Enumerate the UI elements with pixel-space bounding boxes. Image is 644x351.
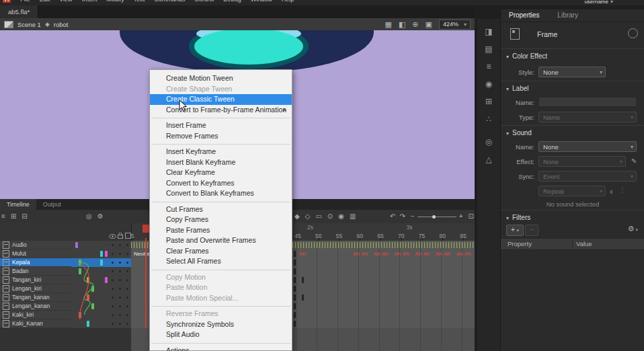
menu-commands[interactable]: Commands xyxy=(154,0,185,3)
layer-toggle-dot[interactable] xyxy=(126,288,128,290)
layer-toggle-dots[interactable] xyxy=(109,284,132,294)
zoom-slider-thumb[interactable] xyxy=(432,215,436,219)
menu-help[interactable]: Help xyxy=(282,0,294,3)
menu-item-clear-keyframe[interactable]: Clear Keyframe xyxy=(150,167,292,178)
section-filters[interactable]: ▾Filters xyxy=(506,214,530,221)
layer-name-cell[interactable]: Audio xyxy=(0,241,71,249)
layer-toggle-dot[interactable] xyxy=(119,305,121,307)
delete-layer-icon[interactable]: ⊟ xyxy=(22,213,27,220)
center-stage-icon[interactable]: ⊕ xyxy=(412,21,418,28)
menu-file[interactable]: File xyxy=(20,0,30,3)
step-back-icon[interactable]: ↶ xyxy=(390,213,395,220)
fill-color-icon[interactable]: ◧ xyxy=(399,21,405,28)
layer-name-cell[interactable]: Lengan_kanan xyxy=(0,302,71,311)
menu-view[interactable]: View xyxy=(59,0,72,3)
menu-item-copy-frames[interactable]: Copy Frames xyxy=(150,214,292,225)
menu-item-convert-to-keyframes[interactable]: Convert to Keyframes xyxy=(150,178,292,189)
layer-toggle-dots[interactable] xyxy=(109,302,132,311)
help-icon[interactable] xyxy=(628,28,638,38)
layer-parenting-cell[interactable] xyxy=(71,276,109,285)
sound-name-dropdown[interactable]: None▾ xyxy=(538,141,637,152)
layer-parenting-cell[interactable] xyxy=(71,293,109,303)
app-logo-icon[interactable]: Fl xyxy=(3,0,11,3)
advanced-layers-icon[interactable]: ⚙ xyxy=(97,213,104,220)
menu-text[interactable]: Text xyxy=(134,0,145,3)
layer-toggle-dot[interactable] xyxy=(126,297,128,299)
layer-name-cell[interactable]: Lengan_kiri xyxy=(0,284,71,293)
keyframe-marker[interactable] xyxy=(302,295,304,301)
layer-toggle-dot[interactable] xyxy=(112,253,114,255)
align-panel-icon[interactable]: ▤ xyxy=(477,44,500,54)
menu-item-clear-frames[interactable]: Clear Frames xyxy=(150,246,292,257)
keyframe-marker[interactable] xyxy=(294,303,296,309)
tab-library[interactable]: Library xyxy=(549,9,586,22)
layer-toggle-dots[interactable] xyxy=(109,293,132,303)
libraries-panel-icon[interactable]: ≡ xyxy=(477,62,500,71)
tab-properties[interactable]: Properties xyxy=(501,9,548,22)
menu-edit[interactable]: Edit xyxy=(40,0,50,3)
layer-name-cell[interactable]: Badan xyxy=(0,267,71,276)
zoom-out-icon[interactable]: − xyxy=(411,213,415,220)
layer-toggle-dot[interactable] xyxy=(112,314,114,316)
layer-parenting-cell[interactable] xyxy=(71,311,109,320)
layer-toggle-dot[interactable] xyxy=(112,279,114,281)
account-menu[interactable]: username▾ xyxy=(584,0,613,5)
layer-toggle-dots[interactable] xyxy=(109,267,132,276)
reset-timeline-zoom-icon[interactable]: ⊡ xyxy=(468,213,473,220)
onion-skin-icon[interactable]: ◉ xyxy=(338,213,344,220)
lock-column-icon[interactable] xyxy=(118,233,123,239)
add-filter-button[interactable]: + ▾ xyxy=(506,225,524,236)
label-name-input[interactable] xyxy=(538,97,637,107)
timeline-menu-icon[interactable]: ≡ xyxy=(1,213,5,220)
info-panel-icon[interactable]: ◉ xyxy=(477,79,500,89)
layer-toggle-dot[interactable] xyxy=(112,297,114,299)
menu-item-synchronize-symbols[interactable]: Synchronize Symbols xyxy=(150,319,292,330)
step-forward-icon[interactable]: ↷ xyxy=(399,213,405,220)
layer-toggle-dots[interactable] xyxy=(109,241,132,250)
timeline-zoom-slider[interactable]: − + xyxy=(411,213,463,220)
layer-name-cell[interactable]: Kaki_Kanan xyxy=(0,319,71,328)
style-dropdown[interactable]: None▾ xyxy=(538,67,606,77)
menu-window[interactable]: Window xyxy=(251,0,272,3)
layer-toggle-dot[interactable] xyxy=(126,323,128,325)
layer-toggle-dot[interactable] xyxy=(112,323,114,325)
layer-toggle-dot[interactable] xyxy=(119,253,121,255)
document-tab[interactable]: ab5.fla* xyxy=(0,5,38,18)
layer-toggle-dot[interactable] xyxy=(126,314,128,316)
layer-toggle-dot[interactable] xyxy=(119,288,121,290)
layer-toggle-dot[interactable] xyxy=(126,270,128,272)
zoom-in-icon[interactable]: + xyxy=(459,213,463,220)
clip-content-icon[interactable]: ▣ xyxy=(426,21,432,28)
preview-grid-icon[interactable]: ▦ xyxy=(385,21,392,28)
insert-keyframe-icon[interactable]: ◆ xyxy=(294,213,300,220)
menu-item-remove-frames[interactable]: Remove Frames xyxy=(150,131,292,142)
timeline-tab-output[interactable]: Output xyxy=(36,199,68,210)
center-frame-icon[interactable]: ⊙ xyxy=(327,213,333,220)
menu-item-cut-frames[interactable]: Cut Frames xyxy=(150,204,292,215)
layer-parenting-cell[interactable] xyxy=(71,258,109,268)
history-panel-icon[interactable]: ◎ xyxy=(477,137,500,147)
layer-name-cell[interactable]: Kepala xyxy=(0,258,71,267)
layer-toggle-dot[interactable] xyxy=(119,314,121,316)
layer-toggle-dot[interactable] xyxy=(126,244,128,246)
section-label[interactable]: ▾Label xyxy=(506,85,528,92)
playhead-marker[interactable] xyxy=(143,225,149,233)
layer-toggle-dot[interactable] xyxy=(112,244,114,246)
layer-toggle-dot[interactable] xyxy=(119,244,121,246)
section-sound[interactable]: ▾Sound xyxy=(506,129,532,136)
menu-item-create-classic-tween[interactable]: Create Classic Tween xyxy=(150,94,292,105)
menu-modify[interactable]: Modify xyxy=(106,0,124,3)
layer-parenting-cell[interactable] xyxy=(71,284,109,294)
layer-toggle-dot[interactable] xyxy=(126,262,128,264)
layer-toggle-dot[interactable] xyxy=(119,279,121,281)
menu-item-paste-and-overwrite-frames[interactable]: Paste and Overwrite Frames xyxy=(150,235,292,246)
layer-toggle-dot[interactable] xyxy=(119,297,121,299)
layer-toggle-dot[interactable] xyxy=(112,270,114,272)
layer-toggle-dot[interactable] xyxy=(119,323,121,325)
menu-item-insert-blank-keyframe[interactable]: Insert Blank Keyframe xyxy=(150,157,292,168)
motion-editor-panel-icon[interactable]: △ xyxy=(477,155,500,164)
layer-toggle-dots[interactable] xyxy=(109,249,132,259)
zoom-select[interactable]: 424% ▾ xyxy=(439,20,471,30)
layer-toggle-dots[interactable] xyxy=(109,311,132,320)
keyframe-marker[interactable] xyxy=(294,268,296,274)
